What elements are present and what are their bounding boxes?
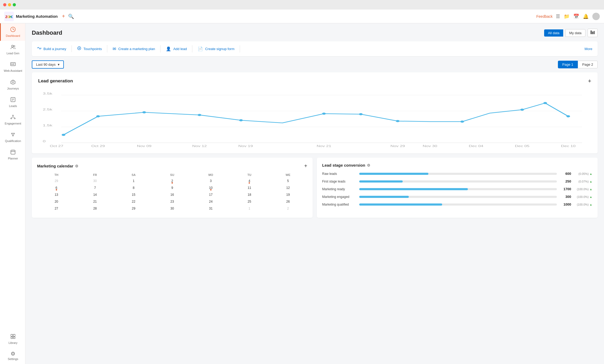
- calendar-icon[interactable]: 📅: [573, 14, 579, 19]
- sidebar-item-engagement[interactable]: Engagement: [0, 111, 25, 128]
- cal-cell[interactable]: 19: [269, 192, 307, 198]
- qa-create-plan[interactable]: ✉ Create a marketing plan: [107, 45, 161, 52]
- cal-cell[interactable]: 20: [37, 199, 76, 205]
- cal-cell[interactable]: 6: [37, 185, 76, 191]
- qa-touchpoints[interactable]: Touchpoints: [72, 45, 107, 52]
- cal-cell[interactable]: 28: [76, 206, 114, 211]
- chart-add-button[interactable]: +: [588, 78, 591, 85]
- cal-cell[interactable]: 17: [192, 192, 230, 198]
- calendar-header-row: TH FR SA SU MO TU WE: [37, 173, 307, 176]
- stage-bar-background: [359, 173, 557, 175]
- cal-day-tu: TU: [230, 173, 269, 176]
- cal-week-4: 20 21 22 23 24 25 26: [37, 199, 307, 205]
- settings-icon: ⚙: [11, 351, 15, 356]
- sidebar-item-qualification[interactable]: Qualification: [0, 128, 25, 146]
- stage-bar-background: [359, 188, 557, 190]
- cal-cell[interactable]: 15: [114, 192, 153, 198]
- sidebar-item-settings[interactable]: ⚙ Settings: [0, 348, 25, 364]
- main-content: Dashboard All data My data: [25, 23, 604, 364]
- trend-icon: ▲: [589, 180, 592, 183]
- page2-button[interactable]: Page 2: [578, 61, 598, 68]
- cal-cell[interactable]: 30: [76, 178, 114, 184]
- stage-bar-fill: [359, 173, 428, 175]
- cal-cell[interactable]: 29: [37, 178, 76, 184]
- cal-cell[interactable]: 4: [230, 178, 269, 184]
- cal-cell[interactable]: 9: [153, 185, 192, 191]
- cal-cell[interactable]: 11: [230, 185, 269, 191]
- sidebar-item-leads[interactable]: Leads: [0, 94, 25, 111]
- x-label-oct27: Oct 27: [50, 145, 63, 148]
- sidebar-item-web-assistant[interactable]: Web Assistant: [0, 58, 25, 76]
- cal-cell[interactable]: 25: [230, 199, 269, 205]
- stage-pct: (0.05%) ▲: [574, 172, 592, 175]
- cal-cell[interactable]: 1: [114, 178, 153, 184]
- lead-stage-card: Lead stage conversion ⚙ Raw leads 600 (0…: [317, 158, 598, 218]
- avatar[interactable]: [592, 13, 600, 20]
- cal-cell[interactable]: 7: [76, 185, 114, 191]
- svg-rect-15: [11, 150, 15, 154]
- calendar-settings-icon[interactable]: ⚙: [75, 164, 78, 168]
- x-label-dec04: Dec 04: [469, 145, 483, 148]
- date-filter[interactable]: Last 90 days ▾: [32, 60, 64, 69]
- qa-build-journey[interactable]: Build a journey: [37, 45, 72, 52]
- cal-cell[interactable]: 13: [37, 192, 76, 198]
- cal-cell[interactable]: 5: [269, 178, 307, 184]
- data-point-5: [239, 119, 243, 121]
- all-data-button[interactable]: All data: [544, 29, 563, 37]
- chevron-down-icon: ▾: [58, 63, 60, 66]
- cal-cell[interactable]: 27: [37, 206, 76, 211]
- cal-cell[interactable]: 21: [76, 199, 114, 205]
- data-point-6: [322, 113, 326, 115]
- stage-rows: Raw leads 600 (0.05%) ▲ First stage lead…: [322, 172, 592, 206]
- page1-button[interactable]: Page 1: [558, 61, 578, 68]
- cal-cell[interactable]: 31: [192, 206, 230, 211]
- cal-cell[interactable]: 26: [269, 199, 307, 205]
- trend-icon: ▲: [589, 195, 592, 198]
- customize-chart-button[interactable]: [588, 29, 598, 37]
- cal-cell[interactable]: 29: [114, 206, 153, 211]
- data-point-11: [543, 102, 547, 104]
- lead-stage-settings-icon[interactable]: ⚙: [367, 163, 370, 167]
- cal-cell[interactable]: 16: [153, 192, 192, 198]
- sidebar-item-planner[interactable]: Planner: [0, 146, 25, 163]
- sidebar-item-library[interactable]: Library: [0, 330, 25, 348]
- add-button[interactable]: +: [62, 13, 65, 19]
- cal-cell[interactable]: 2: [153, 178, 192, 184]
- bell-icon[interactable]: 🔔: [583, 14, 589, 19]
- search-icon[interactable]: 🔍: [68, 14, 74, 19]
- cal-day-fr: FR: [76, 173, 114, 176]
- cal-week-2: 6 7 8 9 10 11 12: [37, 185, 307, 191]
- cal-cell[interactable]: 1: [230, 206, 269, 211]
- cal-cell[interactable]: 2: [269, 206, 307, 211]
- cal-cell[interactable]: 23: [153, 199, 192, 205]
- my-data-button[interactable]: My data: [565, 29, 585, 37]
- qa-create-form-label: Create signup form: [205, 47, 234, 51]
- cal-cell[interactable]: 10: [192, 185, 230, 191]
- cal-cell[interactable]: 18: [230, 192, 269, 198]
- traffic-light-green[interactable]: [13, 3, 16, 6]
- cal-cell[interactable]: 3: [192, 178, 230, 184]
- qa-more[interactable]: More: [579, 47, 592, 51]
- sidebar-item-dashboard[interactable]: Dashboard: [0, 23, 25, 41]
- traffic-light-yellow[interactable]: [8, 3, 11, 6]
- sidebar-item-journeys[interactable]: Journeys: [0, 76, 25, 94]
- cal-cell[interactable]: 8: [114, 185, 153, 191]
- calendar-add-button[interactable]: +: [304, 163, 307, 169]
- folder-icon[interactable]: 📁: [564, 14, 570, 19]
- stage-value: 600: [559, 172, 571, 176]
- cal-cell[interactable]: 12: [269, 185, 307, 191]
- cal-cell[interactable]: 30: [153, 206, 192, 211]
- feedback-button[interactable]: Feedback: [536, 14, 553, 19]
- qa-add-lead[interactable]: 👤 Add lead: [161, 45, 192, 52]
- sidebar-item-lead-gen[interactable]: Lead Gen: [0, 41, 25, 58]
- cal-cell[interactable]: 22: [114, 199, 153, 205]
- cal-cell[interactable]: 14: [76, 192, 114, 198]
- leads-icon: [10, 97, 16, 103]
- cal-cell[interactable]: 24: [192, 199, 230, 205]
- filters-row: Last 90 days ▾ Page 1 Page 2: [32, 60, 598, 69]
- traffic-light-red[interactable]: [3, 3, 6, 6]
- list-icon[interactable]: ☰: [556, 14, 560, 19]
- qa-create-form[interactable]: 📄 Create signup form: [192, 45, 240, 52]
- web-assistant-icon: [10, 61, 16, 68]
- x-label-nov21: Nov 21: [317, 145, 331, 148]
